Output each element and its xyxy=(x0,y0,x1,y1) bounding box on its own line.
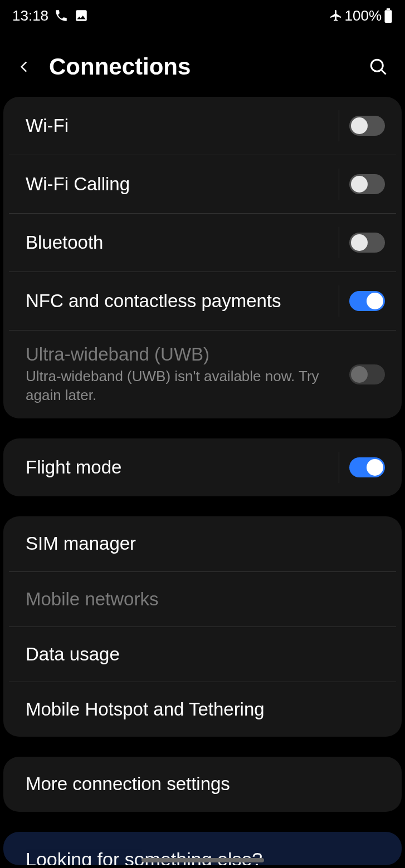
airplane-status-icon xyxy=(329,9,343,22)
flight-mode-label: Flight mode xyxy=(26,457,330,478)
connections-group-1: Wi-Fi Wi-Fi Calling Bluetooth NFC and co… xyxy=(3,97,402,418)
svg-line-3 xyxy=(382,70,386,75)
status-right: 100% xyxy=(329,7,393,24)
page-header: Connections xyxy=(0,31,405,97)
wifi-calling-status-icon xyxy=(54,8,69,23)
more-connection-settings-row[interactable]: More connection settings xyxy=(3,757,402,812)
svg-rect-1 xyxy=(387,8,391,10)
nfc-label: NFC and contactless payments xyxy=(26,290,330,312)
hotspot-label: Mobile Hotspot and Tethering xyxy=(26,699,385,720)
page-title: Connections xyxy=(49,53,352,80)
wifi-toggle[interactable] xyxy=(349,116,385,136)
bluetooth-label: Bluetooth xyxy=(26,232,330,253)
nfc-row[interactable]: NFC and contactless payments xyxy=(9,272,396,330)
nfc-toggle[interactable] xyxy=(349,291,385,311)
data-usage-label: Data usage xyxy=(26,644,385,665)
wifi-label: Wi-Fi xyxy=(26,115,330,136)
mobile-networks-label: Mobile networks xyxy=(26,589,385,610)
battery-icon xyxy=(384,8,393,23)
picture-status-icon xyxy=(74,8,89,23)
connections-group-2: Flight mode xyxy=(3,438,402,496)
flight-mode-row[interactable]: Flight mode xyxy=(3,438,402,496)
search-button[interactable] xyxy=(365,53,392,80)
sim-manager-row[interactable]: SIM manager xyxy=(3,516,402,571)
gesture-bar[interactable] xyxy=(141,858,264,862)
data-usage-row[interactable]: Data usage xyxy=(9,627,396,682)
bluetooth-toggle[interactable] xyxy=(349,233,385,253)
connections-group-4: More connection settings xyxy=(3,757,402,812)
suggestion-title: Looking for something else? xyxy=(26,849,379,865)
wifi-calling-toggle[interactable] xyxy=(349,174,385,194)
back-button[interactable] xyxy=(13,56,36,78)
flight-mode-toggle[interactable] xyxy=(349,457,385,477)
wifi-calling-row[interactable]: Wi-Fi Calling xyxy=(9,155,396,213)
uwb-toggle xyxy=(349,364,385,384)
svg-point-2 xyxy=(371,60,383,71)
status-left: 13:18 xyxy=(12,7,89,24)
status-battery-text: 100% xyxy=(345,7,382,24)
uwb-subtitle: Ultra-wideband (UWB) isn't available now… xyxy=(26,367,330,405)
bluetooth-row[interactable]: Bluetooth xyxy=(9,213,396,272)
status-bar: 13:18 100% xyxy=(0,0,405,31)
connections-group-3: SIM manager Mobile networks Data usage M… xyxy=(3,516,402,737)
wifi-calling-label: Wi-Fi Calling xyxy=(26,174,330,195)
uwb-label: Ultra-wideband (UWB) xyxy=(26,344,330,365)
hotspot-row[interactable]: Mobile Hotspot and Tethering xyxy=(9,682,396,737)
status-time: 13:18 xyxy=(12,7,48,24)
svg-rect-0 xyxy=(385,10,392,23)
more-connection-settings-label: More connection settings xyxy=(26,773,385,795)
sim-manager-label: SIM manager xyxy=(26,533,385,554)
mobile-networks-row: Mobile networks xyxy=(9,571,396,627)
wifi-row[interactable]: Wi-Fi xyxy=(3,97,402,155)
uwb-row: Ultra-wideband (UWB) Ultra-wideband (UWB… xyxy=(9,330,396,418)
